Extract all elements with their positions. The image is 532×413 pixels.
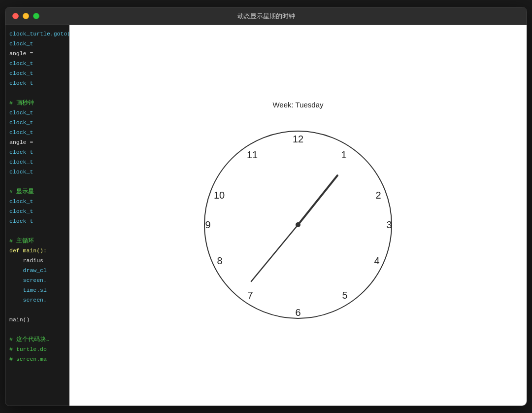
svg-text:1: 1 bbox=[341, 149, 346, 160]
code-line: # 主循环 bbox=[5, 236, 69, 246]
main-window: 动态显示星期的时钟 clock_turtle.goto(0, 0) clock_… bbox=[5, 7, 527, 406]
code-line: clock_t bbox=[5, 157, 69, 167]
title-bar: 动态显示星期的时钟 bbox=[5, 7, 527, 25]
code-line: clock_t bbox=[5, 78, 69, 88]
svg-text:8: 8 bbox=[217, 255, 222, 266]
svg-text:2: 2 bbox=[375, 190, 381, 201]
code-line: clock_t bbox=[5, 128, 69, 138]
code-line: radius bbox=[5, 256, 69, 266]
code-line: angle = bbox=[5, 49, 69, 59]
clock-svg: 12 1 2 3 4 5 6 7 8 bbox=[192, 119, 404, 331]
code-line: clock_turtle.goto(0, 0) bbox=[5, 29, 69, 39]
code-line: draw_cl bbox=[5, 266, 69, 275]
code-blank bbox=[5, 325, 69, 335]
code-line: angle = bbox=[5, 138, 69, 147]
svg-text:7: 7 bbox=[247, 290, 253, 301]
code-line: clock_t bbox=[5, 216, 69, 226]
code-blank bbox=[5, 88, 69, 98]
svg-text:9: 9 bbox=[205, 219, 210, 230]
svg-text:6: 6 bbox=[295, 307, 300, 318]
code-panel: clock_turtle.goto(0, 0) clock_t angle = … bbox=[5, 25, 69, 406]
code-line: clock_t bbox=[5, 108, 69, 118]
code-line: screen. bbox=[5, 295, 69, 305]
main-content: clock_turtle.goto(0, 0) clock_t angle = … bbox=[5, 25, 527, 406]
svg-text:4: 4 bbox=[374, 255, 379, 266]
code-line: # 这个代码块… bbox=[5, 335, 69, 344]
code-blank bbox=[5, 305, 69, 315]
svg-text:5: 5 bbox=[342, 290, 347, 301]
code-line: clock_t bbox=[5, 167, 69, 177]
code-line: main() bbox=[5, 315, 69, 325]
window-title: 动态显示星期的时钟 bbox=[237, 12, 295, 21]
code-line: clock_t bbox=[5, 206, 69, 216]
code-blank bbox=[5, 177, 69, 187]
svg-text:12: 12 bbox=[293, 134, 303, 144]
code-line: time.sl bbox=[5, 285, 69, 295]
minimize-button[interactable] bbox=[23, 13, 29, 19]
code-line: def main(): bbox=[5, 246, 69, 256]
code-blank bbox=[5, 226, 69, 236]
code-line: # 显示星 bbox=[5, 187, 69, 197]
code-line: clock_t bbox=[5, 59, 69, 69]
code-line: clock_t bbox=[5, 147, 69, 157]
maximize-button[interactable] bbox=[33, 13, 39, 19]
code-line: # turtle.do bbox=[5, 344, 69, 354]
week-label: Week: Tuesday bbox=[272, 101, 323, 109]
code-line: clock_t bbox=[5, 118, 69, 128]
code-line: # 画秒钟 bbox=[5, 98, 69, 108]
code-line: clock_t bbox=[5, 69, 69, 78]
svg-point-15 bbox=[296, 222, 300, 227]
code-line: clock_t bbox=[5, 197, 69, 206]
clock-container: 12 1 2 3 4 5 6 7 8 bbox=[192, 119, 404, 331]
svg-text:3: 3 bbox=[386, 219, 392, 230]
clock-panel: Week: Tuesday 12 1 2 3 4 bbox=[69, 25, 527, 406]
code-line: clock_t bbox=[5, 39, 69, 49]
svg-text:11: 11 bbox=[247, 149, 258, 160]
window-controls bbox=[5, 13, 39, 19]
svg-text:10: 10 bbox=[214, 190, 225, 201]
code-line: # screen.ma bbox=[5, 354, 69, 364]
code-line: screen. bbox=[5, 275, 69, 285]
close-button[interactable] bbox=[12, 13, 19, 19]
